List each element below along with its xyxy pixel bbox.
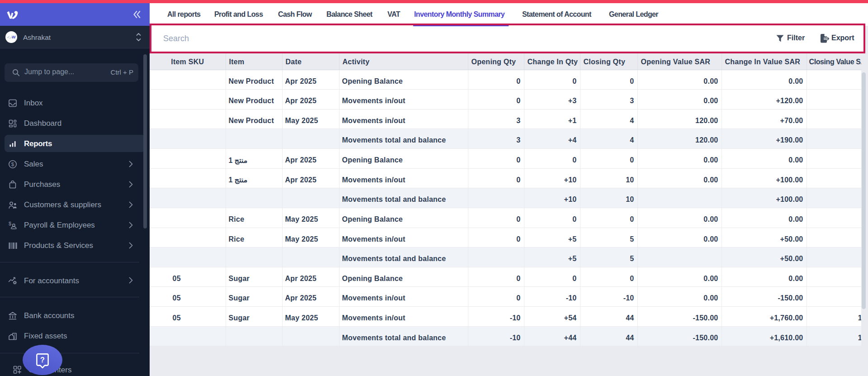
svg-text:$: $ [9,221,11,226]
svg-text:?: ? [40,356,45,363]
svg-text:$: $ [11,162,14,167]
